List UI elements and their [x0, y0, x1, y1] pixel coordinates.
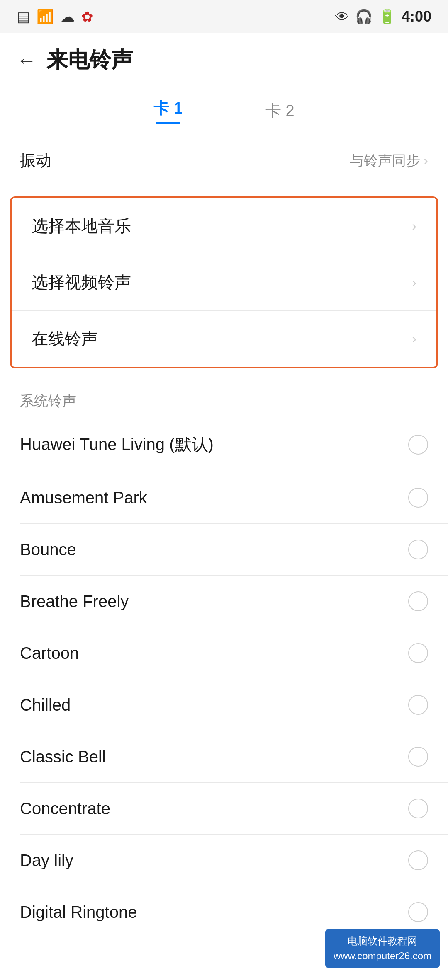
wifi-icon: 📶 — [37, 8, 54, 25]
sim-icon: ▤ — [17, 8, 30, 25]
tab-card1-label: 卡 1 — [153, 98, 183, 119]
tab-card2-label: 卡 2 — [265, 100, 295, 121]
radio-button[interactable] — [408, 747, 428, 767]
status-right-icons: 👁 🎧 🔋 4:00 — [335, 8, 431, 25]
battery-full-icon: 🔋 — [378, 8, 396, 25]
tab-card2[interactable]: 卡 2 — [249, 94, 311, 128]
tab-card1[interactable]: 卡 1 — [137, 91, 199, 131]
list-item[interactable]: Classic Bell — [0, 731, 448, 782]
radio-button[interactable] — [408, 540, 428, 559]
radio-button[interactable] — [408, 695, 428, 715]
status-left-icons: ▤ 📶 ☁ ✿ — [17, 8, 93, 25]
radio-button[interactable] — [408, 643, 428, 663]
system-ringtones-header: 系统铃声 — [0, 378, 448, 417]
list-item[interactable]: Cartoon — [0, 627, 448, 679]
ringtone-name: Concentrate — [20, 799, 110, 818]
cloud-icon: ☁ — [61, 8, 75, 25]
video-ringtone-chevron-icon: › — [412, 275, 416, 290]
status-bar: ▤ 📶 ☁ ✿ 👁 🎧 🔋 4:00 — [0, 0, 448, 33]
ringtone-name: Day lily — [20, 851, 73, 870]
vibration-chevron-icon: › — [424, 153, 428, 168]
vibration-divider — [0, 186, 448, 186]
ringtone-name: Digital Ringtone — [20, 903, 137, 922]
headphone-icon: 🎧 — [355, 8, 373, 25]
ringtone-name: Amusement Park — [20, 489, 147, 507]
watermark: 电脑软件教程网www.computer26.com — [325, 929, 440, 968]
ringtone-name: Bounce — [20, 540, 76, 559]
vibration-row[interactable]: 振动 与铃声同步 › — [0, 135, 448, 186]
list-item[interactable]: Chilled — [0, 679, 448, 731]
page-header: ← 来电铃声 — [0, 33, 448, 83]
online-ringtone-label: 在线铃声 — [32, 327, 98, 350]
radio-button[interactable] — [408, 850, 428, 870]
online-ringtone-row[interactable]: 在线铃声 › — [12, 311, 436, 367]
vibration-value-group: 与铃声同步 › — [350, 151, 428, 170]
ringtone-list: Huawei Tune Living (默认) Amusement Park B… — [0, 417, 448, 938]
video-ringtone-row[interactable]: 选择视频铃声 › — [12, 254, 436, 310]
back-button[interactable]: ← — [17, 49, 37, 72]
list-item[interactable]: Concentrate — [0, 783, 448, 834]
list-item[interactable]: Bounce — [0, 524, 448, 575]
local-music-label: 选择本地音乐 — [32, 215, 131, 237]
list-item[interactable]: Huawei Tune Living (默认) — [0, 417, 448, 472]
radio-button[interactable] — [408, 435, 428, 455]
radio-button[interactable] — [408, 488, 428, 508]
eye-icon: 👁 — [335, 9, 349, 25]
tab-bar: 卡 1 卡 2 — [0, 83, 448, 135]
online-ringtone-chevron-icon: › — [412, 331, 416, 346]
vibration-value-text: 与铃声同步 — [350, 151, 420, 170]
ringtone-name: Chilled — [20, 696, 71, 714]
local-music-row[interactable]: 选择本地音乐 › — [12, 198, 436, 254]
tab-card1-underline — [156, 122, 180, 124]
list-item[interactable]: Breathe Freely — [0, 576, 448, 627]
page-title: 来电铃声 — [46, 46, 133, 75]
ringtone-name: Huawei Tune Living (默认) — [20, 433, 214, 456]
video-ringtone-label: 选择视频铃声 — [32, 271, 131, 294]
list-item[interactable]: Day lily — [0, 835, 448, 886]
radio-button[interactable] — [408, 902, 428, 922]
radio-button[interactable] — [408, 799, 428, 818]
huawei-icon: ✿ — [81, 8, 93, 25]
local-music-chevron-icon: › — [412, 218, 416, 234]
clock-display: 4:00 — [402, 8, 431, 25]
list-item[interactable]: Amusement Park — [0, 472, 448, 523]
ringtone-name: Classic Bell — [20, 748, 106, 766]
ringtone-name: Cartoon — [20, 644, 79, 663]
vibration-label: 振动 — [20, 150, 51, 171]
ringtone-name: Breathe Freely — [20, 592, 129, 611]
system-ringtones-label: 系统铃声 — [20, 393, 76, 409]
radio-button[interactable] — [408, 591, 428, 611]
options-highlight-box: 选择本地音乐 › 选择视频铃声 › 在线铃声 › — [10, 196, 438, 368]
